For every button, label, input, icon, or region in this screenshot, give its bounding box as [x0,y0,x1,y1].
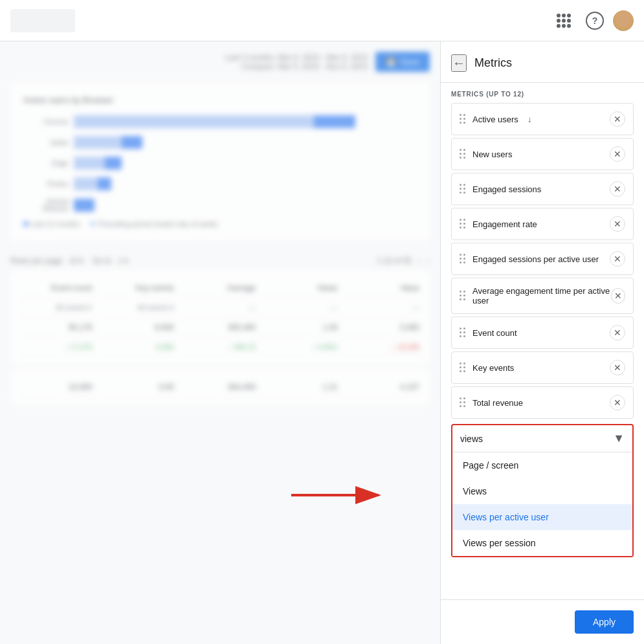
logo [10,9,75,32]
avatar-image [613,10,634,31]
panel-title: Metrics [474,56,512,70]
cell2-v2: 0.60 [102,383,173,392]
bar-fill-secondary [74,177,98,190]
bar-fill-primary [74,199,94,212]
bar-label: Firefox [23,180,69,188]
remove-metric-button[interactable]: ✕ [610,216,625,232]
drag-handle-icon [460,254,466,264]
section-label: METRICS (UP TO 12) [451,91,634,98]
dropdown-option-views-per-session[interactable]: Views per session [452,530,632,556]
cell-d1: ↑ 17,075 [21,343,92,351]
remove-metric-button[interactable]: ✕ [610,325,625,340]
legend-dot-secondary [90,221,95,227]
grid-menu-button[interactable] [551,8,577,34]
blurred-section: Last 3 months: Mar 6, 2023 - Mar 6, 2023… [0,41,440,416]
bar-track [74,157,417,170]
grid-icon [557,14,571,28]
metrics-panel: ← Metrics METRICS (UP TO 12) Active user… [440,41,644,644]
metric-item-active-users[interactable]: Active users ↓ ✕ [451,103,634,135]
metric-item-engagement-rate[interactable]: Engagement rate ✕ [451,208,634,240]
legend-label-compare: Preceding period (match day of week) [98,220,217,228]
metric-name: Total revenue [472,398,523,408]
drag-handle-icon [460,291,466,301]
remove-metric-button[interactable]: ✕ [610,146,625,162]
metric-left: Average engagement time per active user [460,286,611,305]
col-average: Average [184,283,256,293]
cell-v3: 365,465 [184,323,256,332]
metric-item-engaged-sessions-per-user[interactable]: Engaged sessions per active user ✕ [451,243,634,275]
metric-left: Total revenue [460,397,523,408]
cell-v4: 1.05 [266,323,337,332]
remove-metric-button[interactable]: ✕ [610,111,625,127]
panel-body[interactable]: METRICS (UP TO 12) Active users ↓ ✕ [441,83,644,599]
bar-row: Chrome [23,115,417,128]
table-row-2: 10,000 0.60 364,450 1.21 4,107 [21,377,419,397]
metric-dropdown[interactable]: views ▼ Page / screen Views Views per ac… [452,425,632,556]
col-event-count: Event count [21,283,92,293]
bar-chart: Chrome Safari Edge [23,115,417,212]
bar-fill-secondary [74,157,105,170]
bar-track [74,177,417,190]
grid-dot [562,19,566,23]
cell-d3: ↑ 980.15 [184,343,256,351]
metric-item-total-revenue[interactable]: Total revenue ✕ [451,386,634,419]
bar-fill-secondary [74,115,314,128]
drag-handle-icon [460,362,466,373]
metric-name: Event count [472,328,517,338]
drag-handle-icon [460,397,466,408]
col-value: Value [348,283,419,293]
bar-label: Android Webview [23,198,69,212]
main-content: Last 3 months: Mar 6, 2023 - Mar 6, 2023… [0,41,440,644]
dropdown-option-page-screen[interactable]: Page / screen [452,452,632,478]
grid-dot [567,19,571,23]
page-info: 1-10 of 55 ‹ › [377,256,430,265]
dropdown-arrow-icon: ▼ [613,432,625,445]
data-table-2: 10,000 0.60 364,450 1.21 4,107 [10,370,430,405]
back-button[interactable]: ← [451,54,467,72]
dropdown-trigger[interactable]: views ▼ [452,425,632,452]
metric-item-engaged-sessions[interactable]: Engaged sessions ✕ [451,173,634,205]
metric-name: Engagement rate [472,219,537,229]
save-icon: 💾 [386,57,396,67]
metric-name: New users [472,150,512,159]
bar-label: Safari [23,139,69,146]
bar-row: Edge [23,157,417,170]
metric-left: Active users ↓ [460,114,532,124]
legend-item-compare: Preceding period (match day of week) [90,220,217,228]
remove-metric-button[interactable]: ✕ [610,181,625,197]
metric-item-avg-engagement-time[interactable]: Average engagement time per active user … [451,278,634,314]
remove-metric-button[interactable]: ✕ [610,360,625,375]
metric-item-new-users[interactable]: New users ✕ [451,138,634,170]
bar-row: Safari [23,136,417,149]
grid-dot [557,19,561,23]
help-button[interactable]: ? [582,8,608,34]
dropdown-option-views-active-user[interactable]: Views per active user [452,504,632,530]
remove-metric-button[interactable]: ✕ [610,251,625,267]
dropdown-options-list: Page / screen Views Views per active use… [452,452,632,556]
metric-left: New users [460,149,512,159]
grid-dot [557,24,561,28]
bar-label: Edge [23,159,69,167]
remove-metric-button[interactable]: ✕ [611,288,625,304]
metric-left: Engaged sessions [460,184,541,194]
metric-name: Active users [472,115,518,124]
cell-key-events: 40 events ▾ [102,304,173,312]
panel-header: ← Metrics [441,41,644,83]
cell2-v4: 1.21 [266,383,337,392]
metric-item-event-count[interactable]: Event count ✕ [451,316,634,349]
metric-item-key-events[interactable]: Key events ✕ [451,351,634,384]
col-views: Views [266,283,337,293]
apply-button[interactable]: Apply [575,610,634,634]
drag-handle-icon [460,184,466,194]
bar-fill-secondary [74,136,122,149]
cell-value: — [348,304,419,312]
dropdown-option-views[interactable]: Views [452,478,632,504]
remove-metric-button[interactable]: ✕ [610,395,625,410]
pagination-bar: Rows per page 10 ▾ Go to 1 ▾ 1-10 of 55 … [10,251,430,271]
drag-handle-icon [460,219,466,229]
metric-left: Engagement rate [460,219,537,229]
panel-footer: Apply [441,599,644,644]
avatar[interactable] [613,10,634,31]
metric-name: Average engagement time per active user [472,286,611,305]
save-button[interactable]: 💾 Save [375,52,430,72]
